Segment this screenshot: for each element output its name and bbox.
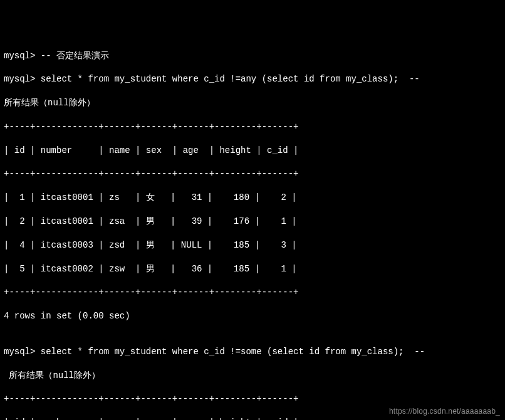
table-row: | 2 | itcast0001 | zsa | 男 | 39 | 176 | …: [4, 216, 501, 228]
sql-query-some: mysql> select * from my_student where c_…: [4, 346, 501, 358]
table-header: | id | number | name | sex | age | heigh…: [4, 417, 501, 420]
watermark-text: https://blog.csdn.net/aaaaaaab_: [389, 406, 500, 416]
table-border: +----+------------+------+------+------+…: [4, 121, 501, 133]
comment-continuation: 所有结果（null除外）: [4, 97, 501, 109]
result-summary: 4 rows in set (0.00 sec): [4, 310, 501, 322]
comment-continuation: 所有结果（null除外）: [4, 370, 501, 382]
sql-query-any: mysql> select * from my_student where c_…: [4, 73, 501, 85]
table-row: | 5 | itcast0002 | zsw | 男 | 36 | 185 | …: [4, 263, 501, 275]
table-row: | 1 | itcast0001 | zs | 女 | 31 | 180 | 2…: [4, 192, 501, 204]
table-border: +----+------------+------+------+------+…: [4, 393, 501, 405]
prompt-comment-line: mysql> -- 否定结果演示: [4, 50, 501, 62]
table-header: | id | number | name | sex | age | heigh…: [4, 145, 501, 157]
table-border: +----+------------+------+------+------+…: [4, 286, 501, 298]
table-row: | 4 | itcast0003 | zsd | 男 | NULL | 185 …: [4, 239, 501, 251]
table-border: +----+------------+------+------+------+…: [4, 168, 501, 180]
